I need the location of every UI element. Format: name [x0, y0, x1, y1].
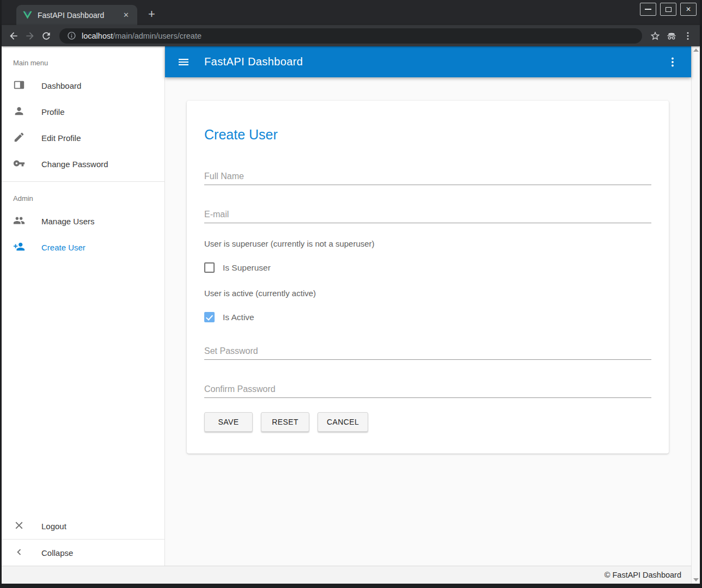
sidebar-item-collapse[interactable]: Collapse	[2, 540, 164, 566]
app-bar: FastAPI Dashboard	[165, 46, 691, 77]
page-footer: © FastAPI Dashboard	[2, 566, 691, 584]
sidebar-item-profile[interactable]: Profile	[2, 99, 164, 125]
reload-button[interactable]	[40, 29, 53, 42]
url-host: localhost	[82, 32, 113, 40]
superuser-note: User is superuser (currently is not a su…	[204, 239, 651, 248]
vue-logo-icon	[23, 11, 32, 19]
forward-button[interactable]	[23, 29, 36, 42]
minimize-icon	[645, 9, 651, 10]
maximize-icon	[666, 7, 672, 12]
tab-title: FastAPI Dashboard	[38, 11, 120, 20]
key-icon	[13, 157, 26, 170]
reload-icon	[41, 30, 52, 41]
sidebar-item-change-password[interactable]: Change Password	[2, 151, 164, 177]
incognito-icon	[666, 30, 677, 41]
is-superuser-label: Is Superuser	[223, 263, 271, 273]
browser-window: FastAPI Dashboard ✕ + ✕ localhost/main/a…	[0, 0, 702, 588]
copyright-text: © FastAPI Dashboard	[605, 571, 681, 579]
scroll-down-arrow-icon[interactable]	[693, 578, 699, 581]
page-title: Create User	[204, 127, 651, 143]
browser-menu-button[interactable]	[681, 29, 694, 42]
is-superuser-checkbox[interactable]	[204, 262, 215, 273]
window-controls: ✕	[640, 3, 697, 16]
full-name-field[interactable]	[204, 168, 651, 185]
person-add-icon	[13, 241, 26, 254]
page-viewport: Main menu Dashboard Profile	[2, 46, 700, 584]
app-title: FastAPI Dashboard	[204, 56, 303, 68]
cancel-button[interactable]: CANCEL	[318, 412, 368, 432]
forward-arrow-icon	[25, 30, 35, 41]
is-active-checkbox[interactable]	[204, 312, 215, 322]
scroll-up-arrow-icon[interactable]	[693, 48, 699, 52]
sidebar-item-label: Profile	[41, 107, 65, 117]
tab-close-icon[interactable]: ✕	[120, 10, 132, 20]
tab-strip: FastAPI Dashboard ✕ + ✕	[2, 0, 700, 25]
address-bar[interactable]: localhost/main/admin/users/create	[59, 28, 642, 44]
sidebar-item-label: Logout	[41, 522, 66, 531]
chevron-left-icon	[13, 546, 26, 559]
sidebar: Main menu Dashboard Profile	[2, 46, 165, 566]
sidebar-item-label: Create User	[41, 243, 86, 252]
email-field[interactable]	[204, 206, 651, 223]
person-icon	[13, 105, 26, 118]
create-user-card: Create User User is superuser (currently…	[187, 101, 669, 454]
logout-x-icon	[13, 519, 26, 532]
vertical-scrollbar[interactable]	[691, 46, 700, 584]
back-arrow-icon	[8, 30, 19, 41]
browser-toolbar: localhost/main/admin/users/create	[2, 25, 700, 46]
star-icon	[650, 30, 661, 41]
pencil-icon	[13, 131, 26, 144]
hamburger-menu-icon[interactable]	[177, 56, 190, 69]
sidebar-item-label: Manage Users	[41, 217, 95, 226]
active-checkbox-row: Is Active	[204, 312, 651, 322]
reset-button[interactable]: RESET	[261, 412, 309, 432]
minimize-button[interactable]	[640, 3, 656, 16]
kebab-menu-icon	[682, 30, 693, 41]
close-button[interactable]: ✕	[680, 3, 697, 16]
page-info-icon[interactable]	[67, 31, 76, 40]
new-tab-button[interactable]: +	[145, 9, 158, 20]
active-note: User is active (currently active)	[204, 289, 651, 298]
appbar-kebab-menu-icon[interactable]	[666, 56, 679, 69]
sidebar-item-label: Dashboard	[41, 81, 81, 90]
close-icon: ✕	[686, 5, 691, 13]
sidebar-item-dashboard[interactable]: Dashboard	[2, 72, 164, 99]
sidebar-item-label: Collapse	[41, 548, 73, 558]
back-button[interactable]	[7, 29, 20, 42]
is-active-label: Is Active	[223, 313, 254, 322]
sidebar-item-label: Change Password	[41, 160, 108, 169]
sidebar-item-label: Edit Profile	[41, 133, 81, 143]
dashboard-icon	[13, 79, 26, 92]
sidebar-item-create-user[interactable]: Create User	[2, 234, 164, 260]
sidebar-item-manage-users[interactable]: Manage Users	[2, 208, 164, 234]
maximize-button[interactable]	[660, 3, 676, 16]
main-area: FastAPI Dashboard Create User User is su…	[165, 46, 691, 566]
people-icon	[13, 215, 26, 228]
form-buttons: SAVE RESET CANCEL	[204, 412, 651, 432]
url-path: /main/admin/users/create	[113, 32, 202, 40]
save-button[interactable]: SAVE	[204, 412, 253, 432]
sidebar-item-logout[interactable]: Logout	[2, 513, 164, 539]
browser-tab[interactable]: FastAPI Dashboard ✕	[16, 5, 137, 25]
sidebar-section-main-menu: Main menu	[2, 46, 164, 72]
bookmark-star-button[interactable]	[649, 29, 662, 42]
superuser-checkbox-row: Is Superuser	[204, 262, 651, 273]
sidebar-item-edit-profile[interactable]: Edit Profile	[2, 125, 164, 151]
sidebar-section-admin: Admin	[2, 182, 164, 208]
incognito-badge	[665, 29, 678, 42]
confirm-password-field[interactable]	[204, 381, 651, 398]
set-password-field[interactable]	[204, 342, 651, 360]
content-area: Create User User is superuser (currently…	[165, 77, 691, 566]
